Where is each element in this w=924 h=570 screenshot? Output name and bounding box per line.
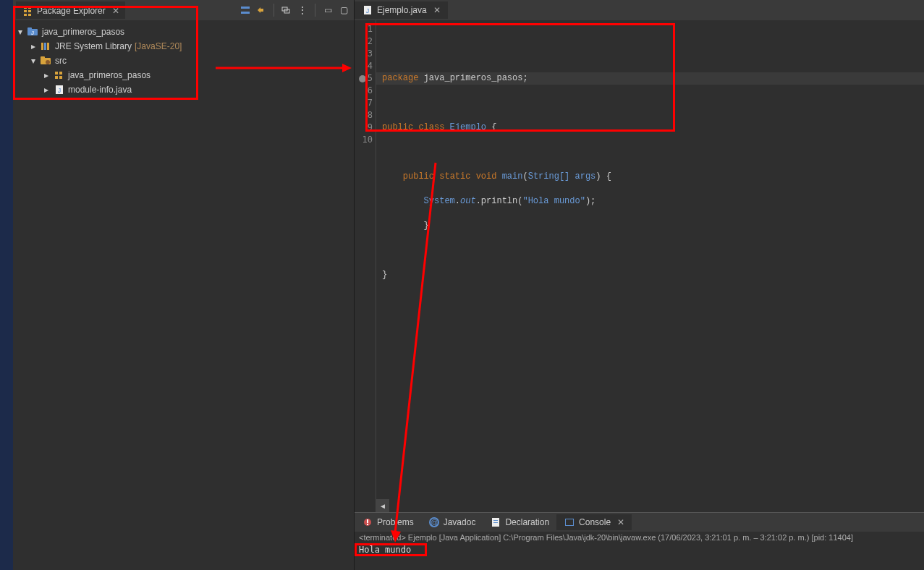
keyword: static [434,171,470,182]
string-literal: "Hola mundo" [522,196,585,206]
package-label: java_primeros_pasos [68,70,151,80]
svg-rect-7 [241,12,250,14]
svg-text:J: J [31,30,34,36]
code-text: [] [559,171,569,182]
line-number: 7 [355,97,373,109]
svg-rect-33 [493,520,498,521]
svg-rect-34 [493,522,498,523]
svg-rect-13 [41,43,43,50]
source-folder-icon [41,55,52,67]
console-status: <terminated> Ejemplo [Java Application] … [355,532,924,543]
tab-console[interactable]: Console ✕ [556,514,632,530]
svg-point-18 [46,60,50,64]
type: String [528,171,559,182]
src-label: src [55,56,67,66]
javadoc-icon: @ [428,516,440,528]
tab-label: Declaration [505,517,549,527]
line-number: 4 [355,60,373,72]
collapse-all-button[interactable] [238,3,253,17]
project-label: java_primeros_pasos [42,27,124,37]
svg-rect-36 [566,519,573,525]
svg-rect-21 [55,76,58,79]
toolbar-separator [315,4,315,17]
tree-module-info[interactable]: ▸ J module-info.java [16,82,351,97]
filters-button[interactable] [279,3,294,17]
minimize-button[interactable]: ▭ [321,3,335,17]
jre-label: JRE System Library [55,41,132,51]
code-text: } [424,221,429,231]
svg-rect-4 [24,14,27,16]
override-marker-icon [359,75,366,82]
line-number: 3 [355,48,373,60]
tree-jre-library[interactable]: ▸ JRE System Library [JavaSE-20] [16,39,351,54]
java-file-icon: J [54,84,65,95]
keyword: package [382,73,418,83]
close-icon[interactable]: ✕ [433,5,441,15]
code-text: } [382,270,387,280]
chevron-down-icon[interactable]: ▾ [29,56,38,66]
tree-package[interactable]: ▸ java_primeros_pasos [16,68,351,82]
keyword: public class [382,122,444,132]
svg-text:@: @ [431,519,438,527]
param: args [569,171,595,182]
svg-rect-19 [55,72,58,75]
problems-icon [362,516,373,528]
tab-label: Problems [377,517,414,527]
console-output: Hola mundo [355,543,924,556]
tab-package-explorer[interactable]: Package Explorer ✕ [16,1,125,19]
code-text: . [476,196,481,206]
close-icon[interactable]: ✕ [617,517,624,527]
svg-rect-28 [367,519,368,523]
toolbar-separator [274,4,274,17]
svg-rect-17 [41,56,45,59]
line-number: 8 [355,109,373,122]
close-icon[interactable]: ✕ [112,6,119,16]
svg-text:J: J [366,7,370,14]
maximize-button[interactable]: ▢ [336,3,351,17]
hierarchy-icon [22,5,33,17]
link-editor-button[interactable] [254,3,268,17]
left-strip [0,0,13,570]
code-text: java_primeros_pasos; [418,73,527,83]
code-editor[interactable]: 1 2 3 4 5 6 7 8 9 10 package java_primer… [355,20,924,512]
method-name: main [496,171,522,182]
bottom-panel: Problems @ Javadoc Declaration Console ✕… [355,512,924,570]
tab-javadoc[interactable]: @ Javadoc [421,514,483,530]
svg-text:J: J [58,87,62,94]
line-number: 10 [355,134,373,146]
code-text: ( [522,171,527,182]
tree-src-folder[interactable]: ▾ src [16,54,351,68]
svg-rect-2 [24,10,27,12]
module-info-label: module-info.java [68,85,132,95]
code-text: ) { [595,171,611,182]
svg-rect-15 [47,43,49,50]
tab-ejemplo-java[interactable]: J Ejemplo.java ✕ [355,1,448,19]
code-content-area[interactable]: package java_primeros_pasos; public clas… [376,20,924,512]
tab-label: Javadoc [444,517,476,527]
editor-panel: J Ejemplo.java ✕ 1 2 3 4 5 6 7 8 9 10 p [355,0,924,570]
tab-declaration[interactable]: Declaration [483,514,556,530]
chevron-right-icon[interactable]: ▸ [42,70,51,80]
svg-rect-20 [59,72,62,75]
code-text: { [486,122,496,132]
chevron-right-icon[interactable]: ▸ [29,41,38,51]
library-icon [41,41,52,52]
scroll-left-arrow[interactable]: ◄ [376,499,389,512]
project-icon: J [27,26,39,38]
bottom-tab-bar: Problems @ Javadoc Declaration Console ✕ [355,513,924,532]
method-call: println [481,196,517,206]
chevron-right-icon[interactable]: ▸ [42,85,51,95]
view-menu-button[interactable]: ⋮ [295,3,310,17]
declaration-icon [490,516,501,528]
svg-rect-29 [367,524,368,525]
line-number: 5 [368,72,373,85]
svg-rect-6 [241,7,250,9]
jre-version: [JavaSE-20] [135,41,182,51]
chevron-down-icon[interactable]: ▾ [16,27,25,37]
tab-label: Console [579,517,611,527]
line-number: 6 [355,85,373,97]
line-number-gutter: 1 2 3 4 5 6 7 8 9 10 [355,20,376,512]
keyword: public [403,171,434,182]
tree-project-root[interactable]: ▾ J java_primeros_pasos [16,25,351,39]
tab-problems[interactable]: Problems [355,514,421,530]
